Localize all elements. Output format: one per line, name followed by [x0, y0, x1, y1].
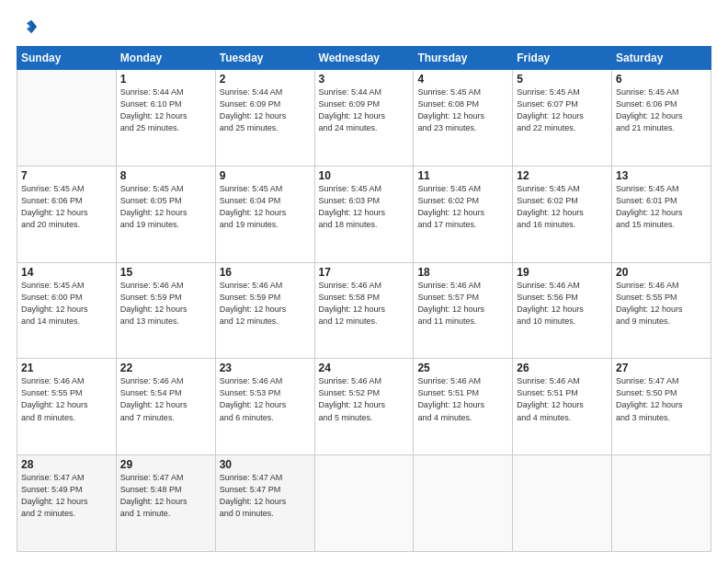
- calendar-cell: [513, 455, 612, 552]
- day-info: Sunrise: 5:45 AM Sunset: 6:05 PM Dayligh…: [120, 183, 211, 231]
- day-number: 9: [220, 169, 311, 182]
- calendar-cell: 3Sunrise: 5:44 AM Sunset: 6:09 PM Daylig…: [314, 70, 414, 167]
- day-info: Sunrise: 5:46 AM Sunset: 5:59 PM Dayligh…: [220, 280, 311, 327]
- day-info: Sunrise: 5:44 AM Sunset: 6:09 PM Dayligh…: [319, 86, 410, 134]
- calendar-week-5: 28Sunrise: 5:47 AM Sunset: 5:49 PM Dayli…: [17, 455, 711, 552]
- calendar-cell: 27Sunrise: 5:47 AM Sunset: 5:50 PM Dayli…: [612, 359, 711, 455]
- calendar-table: SundayMondayTuesdayWednesdayThursdayFrid…: [17, 46, 711, 552]
- weekday-header-sunday: Sunday: [17, 47, 117, 70]
- weekday-header-tuesday: Tuesday: [215, 47, 314, 70]
- day-info: Sunrise: 5:45 AM Sunset: 6:01 PM Dayligh…: [616, 183, 707, 231]
- day-info: Sunrise: 5:44 AM Sunset: 6:09 PM Dayligh…: [220, 86, 311, 134]
- day-info: Sunrise: 5:46 AM Sunset: 5:55 PM Dayligh…: [616, 280, 707, 327]
- day-number: 7: [21, 169, 112, 182]
- day-info: Sunrise: 5:45 AM Sunset: 6:04 PM Dayligh…: [220, 183, 311, 231]
- calendar-cell: 30Sunrise: 5:47 AM Sunset: 5:47 PM Dayli…: [215, 455, 314, 552]
- day-number: 20: [616, 266, 707, 279]
- calendar-cell: 20Sunrise: 5:46 AM Sunset: 5:55 PM Dayli…: [612, 262, 711, 359]
- day-info: Sunrise: 5:46 AM Sunset: 5:51 PM Dayligh…: [417, 375, 508, 423]
- calendar-cell: 2Sunrise: 5:44 AM Sunset: 6:09 PM Daylig…: [215, 70, 314, 167]
- calendar-cell: 15Sunrise: 5:46 AM Sunset: 5:59 PM Dayli…: [116, 262, 215, 359]
- day-info: Sunrise: 5:45 AM Sunset: 6:00 PM Dayligh…: [21, 280, 112, 327]
- calendar-cell: 5Sunrise: 5:45 AM Sunset: 6:07 PM Daylig…: [513, 70, 612, 167]
- calendar-cell: 25Sunrise: 5:46 AM Sunset: 5:51 PM Dayli…: [414, 359, 513, 455]
- calendar-cell: 29Sunrise: 5:47 AM Sunset: 5:48 PM Dayli…: [116, 455, 215, 552]
- day-number: 25: [417, 362, 508, 374]
- calendar-cell: [17, 70, 117, 167]
- day-info: Sunrise: 5:47 AM Sunset: 5:49 PM Dayligh…: [21, 472, 112, 520]
- day-info: Sunrise: 5:45 AM Sunset: 6:03 PM Dayligh…: [319, 183, 410, 231]
- day-info: Sunrise: 5:46 AM Sunset: 5:57 PM Dayligh…: [417, 280, 508, 327]
- day-info: Sunrise: 5:44 AM Sunset: 6:10 PM Dayligh…: [120, 86, 211, 134]
- day-info: Sunrise: 5:46 AM Sunset: 5:54 PM Dayligh…: [120, 375, 211, 423]
- day-info: Sunrise: 5:46 AM Sunset: 5:56 PM Dayligh…: [517, 280, 608, 327]
- day-number: 14: [21, 266, 112, 279]
- day-number: 5: [517, 73, 608, 86]
- calendar-cell: [414, 455, 513, 552]
- day-info: Sunrise: 5:46 AM Sunset: 5:55 PM Dayligh…: [21, 375, 112, 423]
- calendar-cell: 18Sunrise: 5:46 AM Sunset: 5:57 PM Dayli…: [414, 262, 513, 359]
- day-info: Sunrise: 5:45 AM Sunset: 6:02 PM Dayligh…: [517, 183, 608, 231]
- calendar-week-4: 21Sunrise: 5:46 AM Sunset: 5:55 PM Dayli…: [17, 359, 711, 455]
- calendar-cell: 8Sunrise: 5:45 AM Sunset: 6:05 PM Daylig…: [116, 166, 215, 262]
- calendar-cell: 4Sunrise: 5:45 AM Sunset: 6:08 PM Daylig…: [414, 70, 513, 167]
- day-number: 4: [417, 73, 508, 86]
- day-info: Sunrise: 5:45 AM Sunset: 6:08 PM Dayligh…: [417, 86, 508, 134]
- svg-marker-1: [31, 20, 37, 34]
- calendar-cell: 11Sunrise: 5:45 AM Sunset: 6:02 PM Dayli…: [414, 166, 513, 262]
- day-number: 10: [319, 169, 410, 182]
- day-info: Sunrise: 5:46 AM Sunset: 5:51 PM Dayligh…: [517, 375, 608, 423]
- day-info: Sunrise: 5:47 AM Sunset: 5:48 PM Dayligh…: [120, 472, 211, 520]
- day-number: 30: [220, 458, 311, 471]
- day-number: 12: [517, 169, 608, 182]
- day-number: 16: [220, 266, 311, 279]
- calendar-cell: 26Sunrise: 5:46 AM Sunset: 5:51 PM Dayli…: [513, 359, 612, 455]
- day-number: 15: [120, 266, 211, 279]
- calendar-week-2: 7Sunrise: 5:45 AM Sunset: 6:06 PM Daylig…: [17, 166, 711, 262]
- logo-icon: [17, 17, 37, 37]
- calendar-cell: 1Sunrise: 5:44 AM Sunset: 6:10 PM Daylig…: [116, 70, 215, 167]
- calendar-cell: 9Sunrise: 5:45 AM Sunset: 6:04 PM Daylig…: [215, 166, 314, 262]
- day-info: Sunrise: 5:45 AM Sunset: 6:06 PM Dayligh…: [616, 86, 707, 134]
- day-number: 19: [517, 266, 608, 279]
- day-number: 1: [120, 73, 211, 86]
- day-number: 8: [120, 169, 211, 182]
- day-info: Sunrise: 5:46 AM Sunset: 5:58 PM Dayligh…: [319, 280, 410, 327]
- day-info: Sunrise: 5:45 AM Sunset: 6:07 PM Dayligh…: [517, 86, 608, 134]
- calendar-cell: 24Sunrise: 5:46 AM Sunset: 5:52 PM Dayli…: [314, 359, 414, 455]
- weekday-header-monday: Monday: [116, 47, 215, 70]
- day-number: 24: [319, 362, 410, 374]
- day-info: Sunrise: 5:47 AM Sunset: 5:47 PM Dayligh…: [220, 472, 311, 520]
- day-info: Sunrise: 5:45 AM Sunset: 6:06 PM Dayligh…: [21, 183, 112, 231]
- day-number: 27: [616, 362, 707, 374]
- calendar-week-1: 1Sunrise: 5:44 AM Sunset: 6:10 PM Daylig…: [17, 70, 711, 167]
- calendar-page: SundayMondayTuesdayWednesdayThursdayFrid…: [0, 0, 728, 563]
- day-number: 21: [21, 362, 112, 374]
- calendar-cell: 7Sunrise: 5:45 AM Sunset: 6:06 PM Daylig…: [17, 166, 117, 262]
- calendar-cell: [612, 455, 711, 552]
- weekday-header-row: SundayMondayTuesdayWednesdayThursdayFrid…: [17, 47, 711, 70]
- logo: [17, 17, 40, 37]
- weekday-header-thursday: Thursday: [414, 47, 513, 70]
- day-number: 3: [319, 73, 410, 86]
- calendar-week-3: 14Sunrise: 5:45 AM Sunset: 6:00 PM Dayli…: [17, 262, 711, 359]
- calendar-cell: 14Sunrise: 5:45 AM Sunset: 6:00 PM Dayli…: [17, 262, 117, 359]
- day-info: Sunrise: 5:46 AM Sunset: 5:59 PM Dayligh…: [120, 280, 211, 327]
- day-number: 17: [319, 266, 410, 279]
- day-number: 28: [21, 458, 112, 471]
- day-number: 26: [517, 362, 608, 374]
- calendar-cell: 16Sunrise: 5:46 AM Sunset: 5:59 PM Dayli…: [215, 262, 314, 359]
- day-number: 11: [417, 169, 508, 182]
- calendar-cell: [314, 455, 414, 552]
- calendar-cell: 10Sunrise: 5:45 AM Sunset: 6:03 PM Dayli…: [314, 166, 414, 262]
- calendar-cell: 12Sunrise: 5:45 AM Sunset: 6:02 PM Dayli…: [513, 166, 612, 262]
- calendar-cell: 13Sunrise: 5:45 AM Sunset: 6:01 PM Dayli…: [612, 166, 711, 262]
- day-info: Sunrise: 5:46 AM Sunset: 5:53 PM Dayligh…: [220, 375, 311, 423]
- day-number: 13: [616, 169, 707, 182]
- weekday-header-friday: Friday: [513, 47, 612, 70]
- weekday-header-wednesday: Wednesday: [314, 47, 414, 70]
- day-number: 6: [616, 73, 707, 86]
- day-number: 2: [220, 73, 311, 86]
- calendar-cell: 23Sunrise: 5:46 AM Sunset: 5:53 PM Dayli…: [215, 359, 314, 455]
- calendar-cell: 28Sunrise: 5:47 AM Sunset: 5:49 PM Dayli…: [17, 455, 117, 552]
